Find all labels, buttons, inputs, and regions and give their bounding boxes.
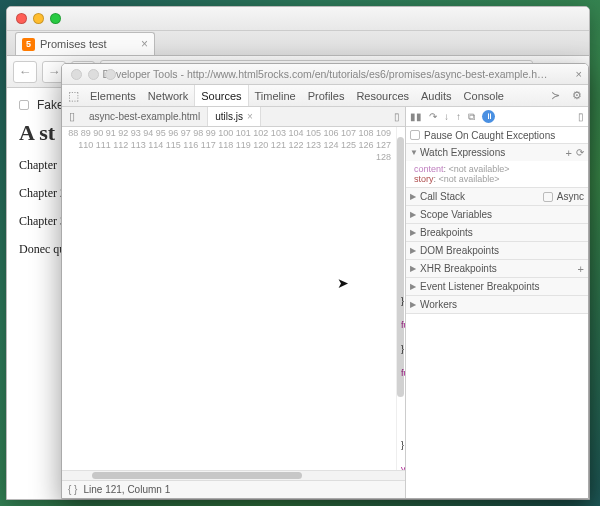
editor-status: { } Line 121, Column 1 [62, 480, 405, 498]
chevron-right-icon: ▶ [410, 300, 420, 309]
tab-sources[interactable]: Sources [194, 85, 248, 106]
step-out-icon[interactable]: ↑ [456, 111, 461, 122]
watch-key: story [414, 174, 434, 184]
xhr-bp-header[interactable]: ▶XHR Breakpoints+ [406, 260, 588, 277]
chevron-down-icon: ▼ [410, 148, 420, 157]
chevron-right-icon: ▶ [410, 192, 420, 201]
add-xhr-icon[interactable]: + [578, 263, 584, 275]
pause-icon[interactable]: ▮▮ [410, 111, 422, 122]
tab-audits[interactable]: Audits [415, 85, 458, 106]
watch-body: content: <not available> story: <not ava… [406, 161, 588, 187]
callstack-section: ▶ Call Stack Async [406, 188, 588, 206]
breakpoints-header[interactable]: ▶Breakpoints [406, 224, 588, 241]
section-label: Breakpoints [420, 227, 584, 238]
refresh-icon[interactable]: ⟳ [576, 147, 584, 158]
navigator-icon[interactable]: ▯ [62, 110, 82, 123]
watch-val: <not available> [439, 174, 500, 184]
tab-resources[interactable]: Resources [350, 85, 415, 106]
vertical-scrollbar[interactable] [395, 127, 405, 470]
minimize-icon[interactable] [88, 69, 99, 80]
tab-profiles[interactable]: Profiles [302, 85, 351, 106]
inspect-icon[interactable]: ⬚ [62, 89, 84, 103]
step-into-icon[interactable]: ↓ [444, 111, 449, 122]
scope-header[interactable]: ▶Scope Variables [406, 206, 588, 223]
workers-section: ▶Workers [406, 296, 588, 314]
back-button[interactable]: ← [13, 61, 37, 83]
traffic-lights [62, 69, 116, 80]
debugger-toolbar: ▮▮ ↷ ↓ ↑ ⧉ ⏸ ▯ [406, 107, 588, 127]
tab-title: Promises test [40, 38, 107, 50]
xhr-bp-section: ▶XHR Breakpoints+ [406, 260, 588, 278]
chevron-right-icon: ▶ [410, 210, 420, 219]
checkbox-icon[interactable] [19, 100, 29, 110]
chevron-right-icon: ▶ [410, 264, 420, 273]
section-label: Scope Variables [420, 209, 584, 220]
horizontal-scrollbar[interactable] [62, 470, 405, 480]
checkbox-icon[interactable] [410, 130, 420, 140]
section-label: Call Stack [420, 191, 543, 202]
tab-network[interactable]: Network [142, 85, 194, 106]
devtools-tabs: ⬚ Elements Network Sources Timeline Prof… [62, 85, 588, 107]
more-tabs-icon[interactable]: ▯ [389, 111, 405, 122]
settings-icon[interactable]: ⚙ [566, 89, 588, 102]
event-bp-section: ▶Event Listener Breakpoints [406, 278, 588, 296]
browser-titlebar [7, 7, 589, 31]
pretty-print-icon[interactable]: { } [68, 484, 77, 495]
close-file-icon[interactable]: × [247, 111, 253, 122]
tab-timeline[interactable]: Timeline [249, 85, 302, 106]
chevron-right-icon: ▶ [410, 228, 420, 237]
tab-console[interactable]: Console [458, 85, 510, 106]
watch-item[interactable]: content: <not available> [414, 164, 580, 174]
browser-tab[interactable]: 5 Promises test × [15, 32, 155, 55]
minimize-icon[interactable] [33, 13, 44, 24]
devtools-titlebar[interactable]: Developer Tools - http://www.html5rocks.… [62, 64, 588, 85]
close-tab-icon[interactable]: × [141, 37, 148, 51]
dom-bp-header[interactable]: ▶DOM Breakpoints [406, 242, 588, 259]
devtools-window: Developer Tools - http://www.html5rocks.… [61, 63, 589, 499]
deactivate-bp-icon[interactable]: ⧉ [468, 111, 475, 123]
watch-item[interactable]: story: <not available> [414, 174, 580, 184]
event-bp-header[interactable]: ▶Event Listener Breakpoints [406, 278, 588, 295]
code-editor[interactable]: 88 89 90 91 92 93 94 95 96 97 98 99 100 … [62, 127, 405, 470]
pause-on-caught-row[interactable]: Pause On Caught Exceptions [406, 127, 588, 144]
line-gutter: 88 89 90 91 92 93 94 95 96 97 98 99 100 … [62, 127, 397, 470]
sources-panel: ▯ async-best-example.html utils.js× ▯ 88… [62, 107, 406, 498]
close-icon[interactable] [16, 13, 27, 24]
collapse-sidebar-icon[interactable]: ▯ [578, 111, 584, 122]
watch-val: <not available> [449, 164, 510, 174]
drawer-icon[interactable]: ≻ [544, 89, 566, 102]
maximize-icon[interactable] [50, 13, 61, 24]
cursor-position: Line 121, Column 1 [83, 484, 170, 495]
traffic-lights [7, 13, 61, 24]
pause-on-exc-icon[interactable]: ⏸ [482, 110, 495, 123]
pause-on-caught-label: Pause On Caught Exceptions [424, 130, 555, 141]
workers-header[interactable]: ▶Workers [406, 296, 588, 313]
file-tab-label: utils.js [215, 111, 243, 122]
cursor-icon: ➤ [337, 277, 349, 289]
breakpoints-section: ▶Breakpoints [406, 224, 588, 242]
file-tab-label: async-best-example.html [89, 111, 200, 122]
chevron-right-icon: ▶ [410, 282, 420, 291]
section-label: XHR Breakpoints [420, 263, 578, 274]
debugger-sidebar: ▮▮ ↷ ↓ ↑ ⧉ ⏸ ▯ Pause On Caught Exception… [406, 107, 588, 498]
devtools-title: Developer Tools - http://www.html5rocks.… [102, 68, 547, 80]
close-icon[interactable] [71, 69, 82, 80]
maximize-icon[interactable] [105, 69, 116, 80]
tab-elements[interactable]: Elements [84, 85, 142, 106]
close-devtools-icon[interactable]: × [576, 68, 582, 80]
file-tab-active[interactable]: utils.js× [208, 107, 261, 126]
async-checkbox[interactable] [543, 192, 553, 202]
file-tab[interactable]: async-best-example.html [82, 107, 208, 126]
watch-header[interactable]: ▼ Watch Expressions + ⟳ [406, 144, 588, 161]
section-label: Event Listener Breakpoints [420, 281, 584, 292]
watch-key: content [414, 164, 444, 174]
chevron-right-icon: ▶ [410, 246, 420, 255]
section-label: Watch Expressions [420, 147, 566, 158]
add-watch-icon[interactable]: + [566, 147, 572, 159]
step-over-icon[interactable]: ↷ [429, 111, 437, 122]
scrollbar-thumb[interactable] [397, 137, 404, 397]
dom-bp-section: ▶DOM Breakpoints [406, 242, 588, 260]
watch-section: ▼ Watch Expressions + ⟳ content: <not av… [406, 144, 588, 188]
callstack-header[interactable]: ▶ Call Stack Async [406, 188, 588, 205]
scrollbar-thumb[interactable] [92, 472, 302, 479]
